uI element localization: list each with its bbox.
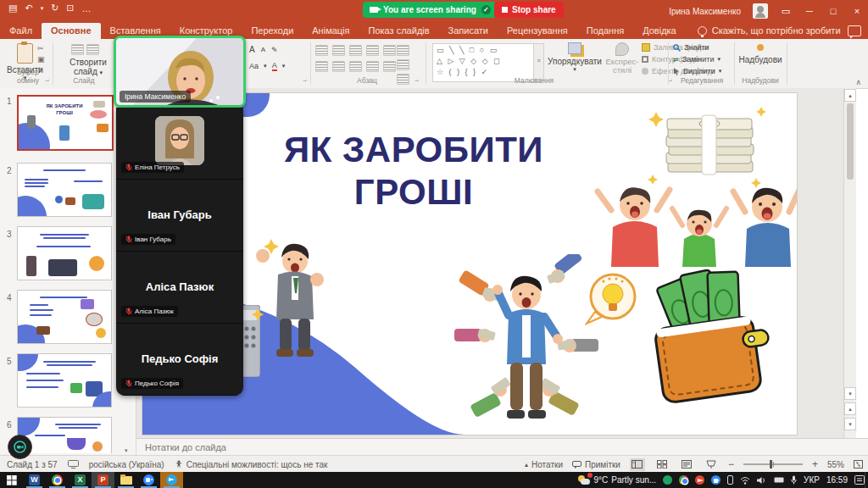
comments-icon[interactable]: [848, 25, 861, 36]
text-direction-icon[interactable]: [397, 45, 409, 56]
qat-more-icon[interactable]: …: [82, 3, 92, 14]
columns-icon[interactable]: [383, 61, 396, 72]
taskbar-excel[interactable]: X: [69, 472, 92, 488]
show-desktop-button[interactable]: [865, 472, 868, 488]
keyboard-language[interactable]: УКР: [804, 475, 820, 485]
undo-dropdown-icon[interactable]: ▾: [41, 5, 44, 12]
align-text-icon[interactable]: [397, 59, 409, 70]
replace-button[interactable]: ⇄ Замінити ▾: [673, 55, 721, 64]
numbering-icon[interactable]: [332, 45, 345, 56]
thumbnail-slide-3[interactable]: [17, 226, 112, 280]
print-preview-icon[interactable]: ⊡: [66, 3, 74, 14]
normal-view-button[interactable]: [630, 458, 645, 471]
select-button[interactable]: Виділити ▾: [673, 67, 721, 75]
tab-home[interactable]: Основне: [42, 23, 101, 39]
align-right-icon[interactable]: [349, 61, 362, 72]
addins-button[interactable]: Надбудови: [741, 44, 780, 64]
taskbar-word[interactable]: W: [23, 472, 46, 488]
mic-icon[interactable]: [791, 475, 797, 485]
font-dialog-launcher[interactable]: ⌐: [303, 77, 307, 85]
share-check-icon[interactable]: ✓: [481, 5, 491, 14]
account-name[interactable]: Ірина Максименко: [669, 7, 741, 16]
clock[interactable]: 16:59: [826, 475, 848, 485]
thumbnail-slide-4[interactable]: [17, 290, 112, 344]
volume-icon[interactable]: [757, 476, 767, 485]
phone-icon[interactable]: [727, 475, 733, 485]
line-spacing-icon[interactable]: [383, 45, 396, 56]
participant-tile[interactable]: Іван Губарь Іван Губарь: [116, 180, 243, 252]
language-indicator[interactable]: російська (Україна): [89, 460, 164, 469]
shrink-font-icon[interactable]: А: [261, 46, 265, 53]
thumbnail-scroll-down-icon[interactable]: ▾: [125, 447, 128, 454]
participant-tile[interactable]: Еліна Петрусь: [116, 108, 243, 180]
taskbar-zoom[interactable]: [137, 472, 160, 488]
scrollbar-thumb[interactable]: [847, 103, 854, 180]
collapse-ribbon-icon[interactable]: ∧: [855, 78, 861, 86]
start-button[interactable]: [0, 472, 23, 488]
tray-chrome-icon[interactable]: [679, 475, 688, 485]
tab-review[interactable]: Рецензування: [498, 23, 577, 39]
tab-transitions[interactable]: Переходи: [242, 23, 303, 39]
participant-tile[interactable]: Аліса Пазюк Аліса Пазюк: [116, 252, 243, 324]
redo-icon[interactable]: ↻: [51, 3, 58, 14]
taskbar-chrome[interactable]: [46, 472, 69, 488]
previous-slide-button[interactable]: ▴: [844, 402, 856, 415]
clipboard-dialog-launcher[interactable]: ⌐: [45, 77, 49, 85]
slide-layout-icon[interactable]: [86, 44, 99, 55]
display-settings-icon[interactable]: [68, 460, 79, 469]
tab-file[interactable]: Файл: [0, 23, 42, 39]
find-button[interactable]: Знайти: [673, 43, 721, 52]
arrange-button[interactable]: Упорядкувати ▾: [548, 42, 601, 73]
reading-view-button[interactable]: [679, 458, 694, 471]
taskbar-explorer[interactable]: [114, 472, 137, 488]
case-dropdown-icon[interactable]: ▾: [264, 63, 267, 69]
pen-icon[interactable]: [774, 476, 784, 484]
accessibility-status[interactable]: Спеціальні можливості: щось не так: [175, 460, 328, 469]
save-icon[interactable]: ▤: [8, 3, 17, 14]
clear-formatting-icon[interactable]: ✎: [271, 46, 278, 54]
decrease-indent-icon[interactable]: [349, 45, 362, 56]
bullets-icon[interactable]: [315, 45, 328, 56]
align-center-icon[interactable]: [332, 61, 345, 72]
next-slide-button[interactable]: ▾: [844, 418, 856, 430]
slide-sorter-view-button[interactable]: [654, 458, 670, 471]
network-icon[interactable]: [740, 476, 750, 485]
participant-tile[interactable]: Педько Софія Педько Софія: [116, 324, 243, 396]
slideshow-view-button[interactable]: [704, 458, 719, 471]
tab-slideshow[interactable]: Показ слайдів: [359, 23, 439, 39]
justify-icon[interactable]: [366, 61, 379, 72]
tab-help[interactable]: Довідка: [633, 23, 686, 39]
zoom-meeting-panel[interactable]: Ірина Максименко Еліна Петрусь Іван Губа…: [114, 36, 246, 108]
cut-icon[interactable]: ✂: [37, 44, 45, 53]
slide-title[interactable]: ЯК ЗАРОБИТИ ГРОШІ: [274, 129, 554, 213]
taskbar-telegram[interactable]: [160, 472, 183, 488]
scroll-down-icon[interactable]: ▾: [844, 387, 856, 400]
grow-font-icon[interactable]: А: [249, 45, 255, 54]
new-slide-button[interactable]: Створити слайд ▾: [66, 58, 110, 76]
stop-share-button[interactable]: Stop share: [494, 2, 564, 18]
tray-zoom-icon[interactable]: [711, 475, 721, 485]
align-left-icon[interactable]: [315, 61, 328, 72]
notes-pane[interactable]: Нотатки до слайда: [136, 438, 868, 455]
thumbnail-slide-1[interactable]: ЯК ЗАРОБИТИ ГРОШІ: [17, 95, 114, 151]
minimize-button[interactable]: ─: [804, 6, 815, 16]
taskbar-powerpoint[interactable]: P: [92, 472, 114, 488]
paragraph-dialog-launcher[interactable]: ⌐: [415, 77, 419, 85]
shapes-gallery-scroll[interactable]: ≡: [533, 43, 544, 80]
avatar[interactable]: [753, 3, 768, 19]
tray-telegram-icon[interactable]: [695, 475, 704, 485]
fit-to-window-icon[interactable]: [854, 460, 863, 469]
tab-animations[interactable]: Анімація: [303, 23, 359, 39]
zoom-out-button[interactable]: −: [728, 458, 734, 470]
zoom-annotation-widget[interactable]: [8, 435, 32, 459]
tab-view[interactable]: Подання: [577, 23, 633, 39]
copy-icon[interactable]: ▣: [37, 55, 45, 64]
close-button[interactable]: ×: [851, 6, 863, 16]
thumbnail-slide-2[interactable]: [17, 163, 112, 217]
ribbon-display-options-icon[interactable]: ▭: [780, 6, 792, 17]
thumbnail-slide-5[interactable]: [17, 353, 112, 408]
font-color-icon[interactable]: А: [272, 61, 277, 71]
undo-icon[interactable]: ↶: [25, 3, 32, 14]
active-speaker-video[interactable]: Ірина Максименко: [114, 36, 246, 108]
fontcolor-dropdown-icon[interactable]: ▾: [282, 63, 286, 69]
